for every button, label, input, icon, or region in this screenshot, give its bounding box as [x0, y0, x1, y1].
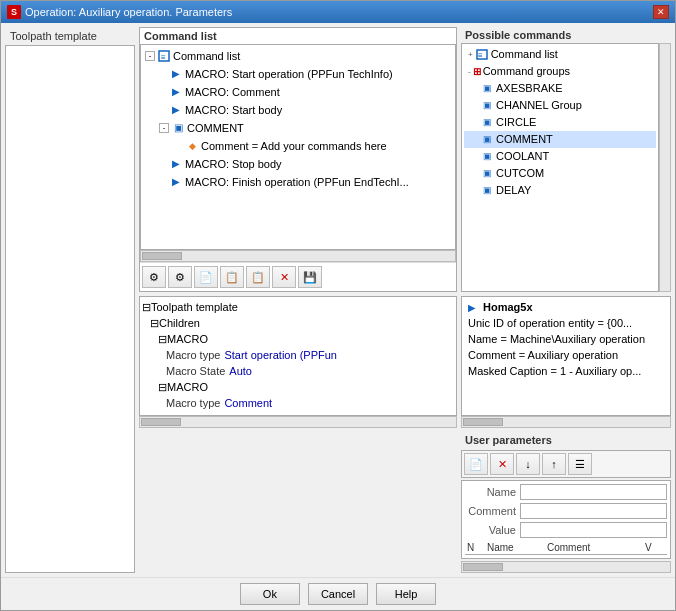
comment-field-label: Comment [465, 505, 520, 517]
main-window: S Operation: Auxiliary operation. Parame… [0, 0, 676, 611]
user-btn-list[interactable]: ☰ [568, 453, 592, 475]
titlebar: S Operation: Auxiliary operation. Parame… [1, 1, 675, 23]
col-v-header: V [645, 542, 665, 553]
pc-item-icon-channel: ▣ [480, 99, 494, 113]
pc-item-icon-cutcom: ▣ [480, 167, 494, 181]
help-button[interactable]: Help [376, 583, 436, 605]
pc-coolant[interactable]: ▣ COOLANT [464, 148, 656, 165]
op-params-tree[interactable]: ▶ Homag5x Unic ID of operation entity = … [461, 296, 671, 416]
possible-commands-panel: Possible commands + ≡ Command list [461, 27, 671, 292]
tool-btn-copy[interactable]: 📋 [220, 266, 244, 288]
tree-label-2: MACRO: Comment [185, 84, 280, 100]
footer: Ok Cancel Help [1, 577, 675, 610]
left-panel: Toolpath template [5, 27, 135, 573]
name-field-input[interactable] [520, 484, 667, 500]
tree-label-7: MACRO: Finish operation (PPFun EndTechI.… [185, 174, 409, 190]
right-panels: Command list - ≡ Command list [139, 27, 671, 573]
ok-button[interactable]: Ok [240, 583, 300, 605]
pc-circle[interactable]: ▣ CIRCLE [464, 114, 656, 131]
tree-label-4: COMMENT [187, 120, 244, 136]
tp-children: ⊟Children [142, 315, 454, 331]
user-scroll-thumb [463, 563, 503, 571]
pc-item-icon-delay: ▣ [480, 184, 494, 198]
tree-item-1: ▶ MACRO: Start operation (PPFun TechInfo… [143, 65, 453, 83]
col-name-header: Name [487, 542, 547, 553]
pc-axesbrake[interactable]: ▣ AXESBRAKE [464, 80, 656, 97]
pc-channel[interactable]: ▣ CHANNEL Group [464, 97, 656, 114]
tool-btn-new[interactable]: 📄 [194, 266, 218, 288]
pc-label-coolant: COOLANT [496, 148, 549, 165]
pc-expand-root: + [468, 46, 473, 63]
pc-label-delay: DELAY [496, 182, 531, 199]
op-masked-label: Masked Caption = 1 - Auxiliary op... [468, 365, 641, 377]
pc-label-channel: CHANNEL Group [496, 97, 582, 114]
user-params-toolbar: 📄 ✕ ↓ ↑ ☰ [461, 450, 671, 478]
comment-icon: ▣ [171, 121, 185, 135]
tool-btn-save[interactable]: 💾 [298, 266, 322, 288]
tp-macrotype1: Macro type Start operation (PPFun [142, 347, 454, 363]
expand-root[interactable]: - [145, 51, 155, 61]
pc-item-icon-circle: ▣ [480, 116, 494, 130]
tool-btn-delete[interactable]: ✕ [272, 266, 296, 288]
window-title: Operation: Auxiliary operation. Paramete… [25, 6, 232, 18]
user-fields: Name Comment Value N [461, 480, 671, 559]
op-scroll-thumb [463, 418, 503, 426]
tool-btn-1[interactable]: ⚙ [142, 266, 166, 288]
user-btn-delete[interactable]: ✕ [490, 453, 514, 475]
user-btn-up[interactable]: ↑ [542, 453, 566, 475]
macro-icon-6: ▶ [169, 157, 183, 171]
op-item-masked: Masked Caption = 1 - Auxiliary op... [464, 363, 668, 379]
tool-btn-paste[interactable]: 📋 [246, 266, 270, 288]
pc-delay[interactable]: ▣ DELAY [464, 182, 656, 199]
op-params-hscroll[interactable] [461, 416, 671, 428]
scroll-thumb [142, 252, 182, 260]
user-hscroll-row [461, 561, 671, 573]
comment-field-input[interactable] [520, 503, 667, 519]
tp-macrotype2: Macro type Comment [142, 395, 454, 411]
op-comment-label: Comment = Auxiliary operation [468, 349, 618, 361]
possible-commands-header: Possible commands [461, 27, 671, 43]
name-field-label: Name [465, 486, 520, 498]
possible-tree[interactable]: + ≡ Command list - ⊞ Command groups [461, 43, 659, 292]
left-panel-box [5, 45, 135, 573]
titlebar-left: S Operation: Auxiliary operation. Parame… [7, 5, 232, 19]
expand-comment[interactable]: - [159, 123, 169, 133]
pc-cutcom[interactable]: ▣ CUTCOM [464, 165, 656, 182]
op-params-panel: ▶ Homag5x Unic ID of operation entity = … [461, 296, 671, 428]
pc-comment[interactable]: ▣ COMMENT [464, 131, 656, 148]
pc-root-label: Command list [491, 46, 558, 63]
tree-label-6: MACRO: Stop body [185, 156, 282, 172]
comment-field-row: Comment [465, 503, 667, 519]
user-hscroll[interactable] [461, 561, 671, 573]
user-params-row: User parameters 📄 ✕ ↓ ↑ ☰ Name [139, 432, 671, 573]
tree-item-5: ◆ Comment = Add your commands here [143, 137, 453, 155]
pc-vscroll[interactable] [659, 43, 671, 292]
tp-macrotype2-label: Macro type [166, 395, 220, 411]
tp-macro1-label: ⊟MACRO [158, 331, 208, 347]
macro-icon-1: ▶ [169, 67, 183, 81]
tool-btn-2[interactable]: ⚙ [168, 266, 192, 288]
op-item-name: Name = Machine\Auxiliary operation [464, 331, 668, 347]
user-btn-down[interactable]: ↓ [516, 453, 540, 475]
pc-item-icon-axesbrake: ▣ [480, 82, 494, 96]
op-item-homag: ▶ Homag5x [464, 299, 668, 315]
command-list-toolbar: ⚙ ⚙ 📄 📋 📋 ✕ 💾 [140, 262, 456, 291]
value-field-input[interactable] [520, 522, 667, 538]
toolpath-hscroll[interactable] [139, 416, 457, 428]
cancel-button[interactable]: Cancel [308, 583, 368, 605]
value-field-label: Value [465, 524, 520, 536]
tp-macrostate: Macro State Auto [142, 363, 454, 379]
tp-macrostate-label: Macro State [166, 363, 225, 379]
leaf-icon-5: ◆ [185, 139, 199, 153]
close-button[interactable]: ✕ [653, 5, 669, 19]
value-field-row: Value [465, 522, 667, 538]
tp-macrostate-value: Auto [229, 363, 252, 379]
user-params-panel: User parameters 📄 ✕ ↓ ↑ ☰ Name [461, 432, 671, 573]
command-list-hscroll[interactable] [140, 250, 456, 262]
svg-text:≡: ≡ [161, 53, 166, 62]
command-list-tree[interactable]: - ≡ Command list ▶ MACRO: Start operatio… [140, 44, 456, 250]
tp-macrotype1-value: Start operation (PPFun [224, 347, 337, 363]
col-comment-header: Comment [547, 542, 645, 553]
toolpath-tree[interactable]: ⊟Toolpath template ⊟Children ⊟MACRO Macr… [139, 296, 457, 416]
user-btn-new[interactable]: 📄 [464, 453, 488, 475]
